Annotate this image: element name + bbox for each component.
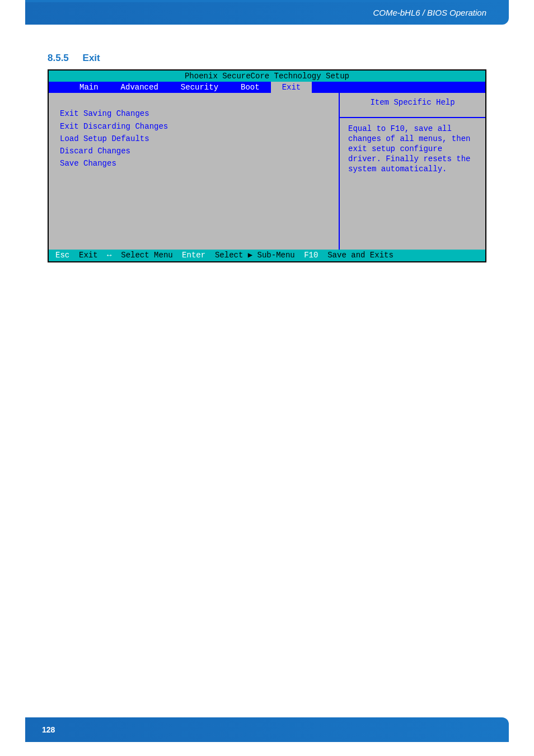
bios-footer-f10-key: F10 [304, 250, 318, 260]
bios-footer-esc-label: Exit [79, 250, 98, 260]
bios-tab-boot[interactable]: Boot [229, 82, 271, 93]
page-content: 8.5.5 Exit Phoenix SecureCore Technology… [0, 25, 534, 262]
section-number: 8.5.5 [48, 53, 69, 63]
bios-footer-enter-label: Select ▶ Sub-Menu [215, 250, 295, 260]
bios-footer-enter-key: Enter [182, 250, 205, 260]
bios-menu-load-defaults[interactable]: Load Setup Defaults [60, 133, 327, 145]
bios-screenshot: Phoenix SecureCore Technology Setup Main… [48, 69, 486, 262]
bios-tab-exit[interactable]: Exit [271, 82, 312, 93]
bios-tab-advanced[interactable]: Advanced [110, 82, 170, 93]
bios-tab-bar: Main Advanced Security Boot Exit [49, 82, 485, 93]
bios-footer: Esc Exit ↔ Select Menu Enter Select ▶ Su… [49, 250, 485, 261]
bios-tab-main[interactable]: Main [68, 82, 110, 93]
bios-menu-discard-changes[interactable]: Discard Changes [60, 145, 327, 157]
bios-help-text: Equal to F10, save all changes of all me… [348, 124, 477, 175]
page-number: 128 [42, 725, 55, 734]
bios-help-panel: Item Specific Help Equal to F10, save al… [340, 93, 485, 250]
bios-menu-save-changes[interactable]: Save Changes [60, 157, 327, 170]
bios-help-divider [340, 117, 485, 118]
bios-footer-esc-key: Esc [55, 250, 69, 260]
page-header: COMe-bHL6 / BIOS Operation [25, 0, 509, 25]
section-heading: 8.5.5 Exit [48, 53, 486, 64]
bios-tab-security[interactable]: Security [170, 82, 229, 93]
bios-footer-arrows-label: Select Menu [121, 250, 172, 260]
bios-footer-arrows-key: ↔ [107, 250, 111, 260]
bios-menu-panel: Exit Saving Changes Exit Discarding Chan… [49, 93, 340, 250]
page-footer: 128 [25, 717, 509, 742]
breadcrumb: COMe-bHL6 / BIOS Operation [373, 8, 486, 17]
top-accent-bar [25, 0, 509, 2]
section-title: Exit [83, 53, 100, 63]
bios-help-title: Item Specific Help [348, 97, 477, 112]
bios-footer-f10-label: Save and Exits [327, 250, 394, 260]
bios-body: Exit Saving Changes Exit Discarding Chan… [49, 93, 485, 250]
bios-menu-exit-saving[interactable]: Exit Saving Changes [60, 107, 327, 120]
bios-title-bar: Phoenix SecureCore Technology Setup [49, 71, 485, 82]
bios-menu-exit-discarding[interactable]: Exit Discarding Changes [60, 120, 327, 133]
